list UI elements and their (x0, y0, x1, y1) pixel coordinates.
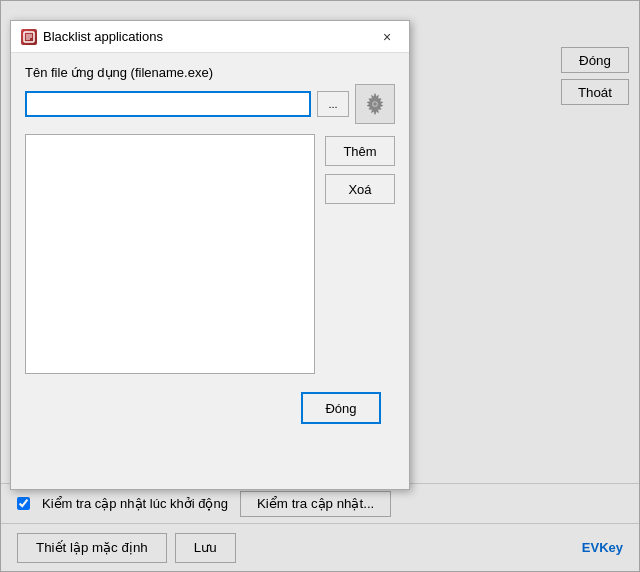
listbox-area: Thêm Xoá (25, 134, 395, 374)
modal-footer: Đóng (25, 384, 395, 424)
xoa-button[interactable]: Xoá (325, 174, 395, 204)
svg-point-6 (373, 102, 377, 106)
gear-button[interactable] (355, 84, 395, 124)
modal-title-bar: Blacklist applications × (11, 21, 409, 53)
application-listbox[interactable] (25, 134, 315, 374)
filename-input[interactable] (25, 91, 311, 117)
modal-overlay: Blacklist applications × Tên file ứng dụ… (0, 0, 640, 572)
blacklist-dialog: Blacklist applications × Tên file ứng dụ… (10, 20, 410, 490)
modal-title-text: Blacklist applications (43, 29, 163, 44)
gear-icon (361, 90, 389, 118)
them-button[interactable]: Thêm (325, 136, 395, 166)
app-icon-inner (23, 31, 35, 43)
modal-close-icon-button[interactable]: × (375, 25, 399, 49)
modal-body: Tên file ứng dụng (filename.exe) ... (11, 53, 409, 436)
dong-dialog-button[interactable]: Đóng (301, 392, 381, 424)
filename-input-row: ... (25, 84, 395, 124)
filename-field-label: Tên file ứng dụng (filename.exe) (25, 65, 395, 80)
modal-title-left: Blacklist applications (21, 29, 163, 45)
side-buttons: Thêm Xoá (325, 134, 395, 374)
browse-button[interactable]: ... (317, 91, 349, 117)
modal-app-icon (21, 29, 37, 45)
